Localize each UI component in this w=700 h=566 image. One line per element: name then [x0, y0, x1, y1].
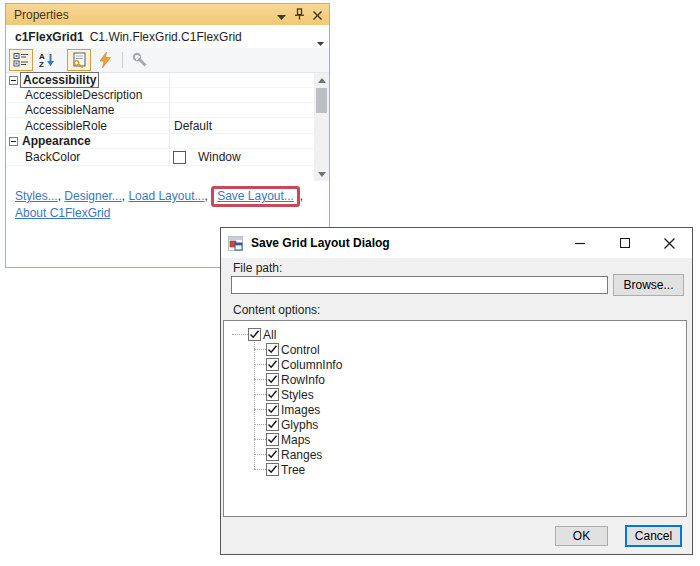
tree-item-ranges[interactable]: Ranges	[254, 447, 322, 462]
toolbar-separator	[122, 52, 123, 68]
tree-stub-line	[254, 409, 266, 410]
property-value[interactable]: Default	[174, 119, 212, 133]
property-name: AccessibleName	[25, 103, 165, 117]
collapse-minus-icon[interactable]	[6, 76, 20, 85]
property-name: AccessibleRole	[25, 119, 165, 133]
tree-item-images[interactable]: Images	[254, 402, 320, 417]
checkbox-checked-icon[interactable]	[266, 388, 279, 401]
tree-item-maps[interactable]: Maps	[254, 432, 310, 447]
events-icon[interactable]	[93, 49, 117, 71]
property-value[interactable]: Window	[198, 150, 241, 164]
content-options-tree[interactable]: All Control ColumnInfo	[223, 320, 687, 517]
categorized-icon[interactable]	[9, 49, 33, 71]
tree-item-label[interactable]: RowInfo	[281, 373, 325, 387]
dialog-titlebar: Save Grid Layout Dialog	[221, 228, 692, 258]
tree-item-tree[interactable]: Tree	[254, 462, 305, 477]
collapse-minus-icon[interactable]	[6, 137, 20, 146]
checkbox-checked-icon[interactable]	[266, 403, 279, 416]
checkbox-checked-icon[interactable]	[266, 343, 279, 356]
tree-stub-line	[254, 394, 266, 395]
tree-item-styles[interactable]: Styles	[254, 387, 314, 402]
scroll-down-icon[interactable]	[314, 167, 329, 181]
property-grid: Accessibility AccessibleDescription Acce…	[6, 73, 329, 181]
sort-alphabetical-icon[interactable]: A Z	[35, 49, 59, 71]
selected-object-type: C1.Win.FlexGrid.C1FlexGrid	[90, 30, 242, 44]
object-selector[interactable]: c1FlexGrid1 C1.Win.FlexGrid.C1FlexGrid	[6, 25, 329, 48]
tree-item-label[interactable]: Maps	[281, 433, 310, 447]
tree-item-label[interactable]: Images	[281, 403, 320, 417]
close-icon[interactable]	[647, 228, 692, 258]
maximize-icon[interactable]	[602, 228, 647, 258]
property-row[interactable]: AccessibleRole Default	[6, 118, 314, 134]
tree-item-label[interactable]: ColumnInfo	[281, 358, 342, 372]
checkbox-checked-icon[interactable]	[266, 373, 279, 386]
designer-verbs: Styles..., Designer..., Load Layout..., …	[6, 181, 322, 222]
properties-title: Properties	[14, 8, 277, 22]
svg-text:Z: Z	[39, 60, 44, 68]
tree-stub-line	[254, 364, 266, 365]
window-menu-chevron-icon[interactable]	[277, 6, 286, 24]
category-row-appearance[interactable]: Appearance	[6, 134, 314, 149]
properties-toolbar: A Z	[6, 48, 329, 73]
property-row[interactable]: AccessibleName	[6, 103, 314, 118]
category-label: Appearance	[22, 134, 91, 148]
tree-stub-line	[254, 424, 266, 425]
tree-item-glyphs[interactable]: Glyphs	[254, 417, 318, 432]
tree-stub-line	[254, 439, 266, 440]
tree-item-all[interactable]: All	[232, 327, 276, 342]
tree-item-control[interactable]: Control	[254, 342, 320, 357]
tree-item-label[interactable]: Styles	[281, 388, 314, 402]
link-save-layout[interactable]: Save Layout...	[217, 189, 294, 203]
save-grid-layout-dialog: Save Grid Layout Dialog File path: Brows…	[220, 227, 693, 555]
advanced-properties-icon	[128, 49, 152, 71]
checkbox-checked-icon[interactable]	[248, 328, 261, 341]
property-row[interactable]: BackColor Window	[6, 149, 314, 166]
scroll-up-icon[interactable]	[314, 73, 329, 87]
link-load-layout[interactable]: Load Layout...	[128, 189, 204, 203]
tree-stub-line	[254, 454, 266, 455]
dialog-title: Save Grid Layout Dialog	[251, 236, 557, 250]
checkbox-checked-icon[interactable]	[266, 418, 279, 431]
dialog-body: File path: Browse... Content options: Al…	[221, 258, 692, 554]
form-icon	[228, 236, 243, 251]
browse-button[interactable]: Browse...	[613, 274, 684, 296]
highlight-annotation: Save Layout...	[211, 186, 300, 207]
file-path-label: File path:	[233, 261, 282, 275]
checkbox-checked-icon[interactable]	[266, 358, 279, 371]
scrollbar-thumb[interactable]	[316, 88, 327, 113]
property-name: BackColor	[25, 150, 165, 164]
property-name: AccessibleDescription	[25, 88, 165, 102]
tree-stub-line	[254, 469, 266, 470]
tree-item-label[interactable]: Ranges	[281, 448, 322, 462]
properties-titlebar: Properties	[6, 4, 329, 25]
checkbox-checked-icon[interactable]	[266, 448, 279, 461]
tree-item-rowinfo[interactable]: RowInfo	[254, 372, 325, 387]
link-about-c1flexgrid[interactable]: About C1FlexGrid	[15, 206, 110, 220]
tree-item-label[interactable]: All	[263, 328, 276, 342]
property-pages-icon[interactable]	[67, 49, 91, 71]
tree-item-label[interactable]: Glyphs	[281, 418, 318, 432]
checkbox-checked-icon[interactable]	[266, 433, 279, 446]
auto-hide-pin-icon[interactable]	[294, 6, 305, 24]
category-row-accessibility[interactable]: Accessibility	[6, 73, 314, 88]
minimize-icon[interactable]	[557, 228, 602, 258]
grid-scrollbar[interactable]	[314, 73, 329, 181]
tree-item-label[interactable]: Tree	[281, 463, 305, 477]
screenshot-root: Properties	[0, 0, 700, 566]
category-label: Accessibility	[20, 72, 99, 88]
ok-button[interactable]: OK	[555, 526, 608, 546]
checkbox-checked-icon[interactable]	[266, 463, 279, 476]
close-icon[interactable]	[313, 6, 322, 24]
tree-stub-line	[254, 379, 266, 380]
property-row[interactable]: AccessibleDescription	[6, 88, 314, 103]
tree-item-columninfo[interactable]: ColumnInfo	[254, 357, 342, 372]
link-styles[interactable]: Styles...	[15, 189, 58, 203]
tree-item-label[interactable]: Control	[281, 343, 320, 357]
link-designer[interactable]: Designer...	[64, 189, 121, 203]
color-swatch	[173, 151, 186, 164]
selected-object-name: c1FlexGrid1	[15, 30, 84, 44]
link-separator: ,	[300, 189, 303, 203]
object-dropdown-chevron-icon[interactable]	[317, 35, 324, 49]
cancel-button[interactable]: Cancel	[625, 525, 682, 547]
file-path-input[interactable]	[231, 276, 608, 294]
